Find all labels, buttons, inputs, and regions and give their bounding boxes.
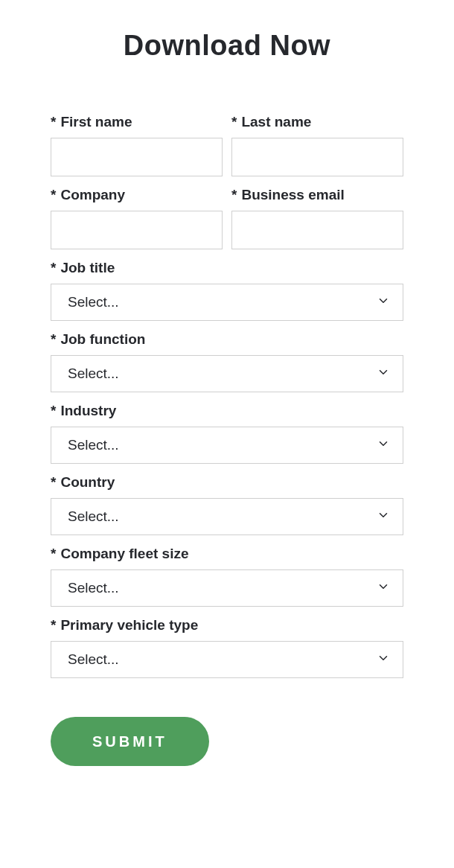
download-form-page: Download Now * First name * Last name * … [0,0,454,868]
fleet-size-selected: Select... [68,580,119,596]
last-name-input[interactable] [231,138,403,176]
required-marker: * [51,403,56,419]
job-function-select[interactable]: Select... [51,355,403,392]
business-email-input[interactable] [231,211,403,249]
row-name: * First name * Last name [51,114,403,187]
label-job-function: * Job function [51,331,403,348]
field-fleet-size: * Company fleet size Select... [51,546,403,607]
required-marker: * [231,187,237,203]
job-title-selected: Select... [68,294,119,310]
field-last-name: * Last name [231,114,403,176]
select-wrap-job-function: Select... [51,355,403,392]
field-email: * Business email [231,187,403,249]
required-marker: * [51,546,56,562]
label-industry-text: Industry [60,403,116,419]
label-company-text: Company [60,187,125,203]
country-select[interactable]: Select... [51,498,403,535]
label-country-text: Country [60,474,115,491]
label-first-name: * First name [51,114,223,130]
page-title: Download Now [51,30,403,62]
select-wrap-fleet-size: Select... [51,569,403,607]
field-vehicle-type: * Primary vehicle type Select... [51,617,403,678]
row-company-email: * Company * Business email [51,187,403,260]
label-industry: * Industry [51,403,403,419]
industry-selected: Select... [68,437,119,453]
field-first-name: * First name [51,114,223,176]
submit-button[interactable]: SUBMIT [51,717,209,766]
industry-select[interactable]: Select... [51,427,403,464]
label-last-name-text: Last name [241,114,311,130]
fleet-size-select[interactable]: Select... [51,569,403,607]
label-job-title: * Job title [51,260,403,276]
label-country: * Country [51,474,403,491]
label-company: * Company [51,187,223,203]
field-country: * Country Select... [51,474,403,535]
select-wrap-vehicle-type: Select... [51,641,403,678]
label-vehicle-type-text: Primary vehicle type [60,617,198,634]
field-job-function: * Job function Select... [51,331,403,392]
field-job-title: * Job title Select... [51,260,403,321]
label-email: * Business email [231,187,403,203]
label-last-name: * Last name [231,114,403,130]
job-title-select[interactable]: Select... [51,284,403,321]
company-input[interactable] [51,211,223,249]
required-marker: * [51,260,56,276]
label-vehicle-type: * Primary vehicle type [51,617,403,634]
label-email-text: Business email [241,187,344,203]
field-company: * Company [51,187,223,249]
first-name-input[interactable] [51,138,223,176]
required-marker: * [51,617,56,634]
job-function-selected: Select... [68,366,119,382]
label-job-function-text: Job function [60,331,145,348]
required-marker: * [231,114,237,130]
select-wrap-country: Select... [51,498,403,535]
label-fleet-size: * Company fleet size [51,546,403,562]
required-marker: * [51,187,56,203]
label-first-name-text: First name [60,114,132,130]
required-marker: * [51,474,56,491]
vehicle-type-selected: Select... [68,651,119,668]
field-industry: * Industry Select... [51,403,403,464]
vehicle-type-select[interactable]: Select... [51,641,403,678]
label-job-title-text: Job title [60,260,115,276]
select-wrap-industry: Select... [51,427,403,464]
country-selected: Select... [68,508,119,525]
required-marker: * [51,114,56,130]
select-wrap-job-title: Select... [51,284,403,321]
required-marker: * [51,331,56,348]
label-fleet-size-text: Company fleet size [60,546,188,562]
